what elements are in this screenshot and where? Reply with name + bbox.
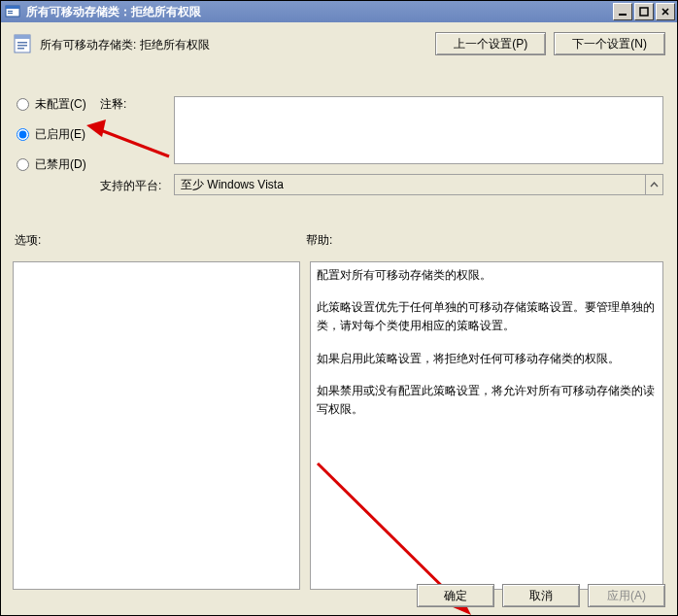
svg-rect-11	[17, 45, 27, 47]
ok-button[interactable]: 确定	[417, 584, 494, 607]
help-label: 帮助:	[306, 232, 332, 249]
policy-icon	[13, 33, 34, 54]
minimize-button[interactable]	[613, 3, 632, 20]
app-icon	[5, 4, 20, 19]
previous-setting-button[interactable]: 上一个设置(P)	[435, 32, 546, 55]
platform-field[interactable]: 至少 Windows Vista	[174, 174, 663, 195]
svg-rect-2	[8, 11, 13, 12]
window-title: 所有可移动存储类：拒绝所有权限	[24, 4, 611, 20]
state-radio-group: 未配置(C) 已启用(E) 已禁用(D)	[17, 96, 86, 173]
annotation-arrow-icon	[86, 116, 174, 164]
help-panel: 配置对所有可移动存储类的权限。 此策略设置优先于任何单独的可移动存储策略设置。要…	[310, 261, 663, 590]
radio-not-configured-label: 未配置(C)	[35, 96, 86, 113]
comment-input[interactable]	[174, 96, 663, 164]
titlebar: 所有可移动存储类：拒绝所有权限	[1, 1, 677, 22]
help-paragraph: 如果禁用或没有配置此策略设置，将允许对所有可移动存储类的读写权限。	[317, 382, 657, 419]
radio-disabled-label: 已禁用(D)	[35, 156, 86, 173]
platform-label: 支持的平台:	[100, 178, 161, 194]
radio-disabled[interactable]: 已禁用(D)	[17, 156, 86, 173]
radio-not-configured[interactable]: 未配置(C)	[17, 96, 86, 113]
svg-rect-12	[17, 48, 24, 50]
radio-disabled-input[interactable]	[17, 158, 29, 171]
svg-line-13	[98, 129, 169, 156]
svg-rect-4	[619, 14, 627, 16]
svg-rect-3	[8, 13, 13, 14]
help-paragraph: 如果启用此策略设置，将拒绝对任何可移动存储类的权限。	[317, 350, 657, 368]
close-button[interactable]	[656, 3, 675, 20]
svg-rect-9	[15, 35, 30, 39]
chevron-down-icon[interactable]	[645, 175, 662, 194]
radio-not-configured-input[interactable]	[17, 98, 29, 111]
svg-rect-5	[640, 8, 648, 16]
svg-rect-10	[17, 42, 27, 44]
apply-button[interactable]: 应用(A)	[588, 584, 665, 607]
next-setting-button[interactable]: 下一个设置(N)	[554, 32, 665, 55]
maximize-button[interactable]	[634, 3, 654, 20]
svg-marker-14	[86, 120, 106, 137]
help-paragraph: 此策略设置优先于任何单独的可移动存储策略设置。要管理单独的类，请对每个类使用相应…	[317, 298, 657, 335]
options-panel	[13, 261, 300, 590]
comment-label: 注释:	[100, 96, 126, 113]
radio-enabled-label: 已启用(E)	[35, 126, 85, 143]
radio-enabled[interactable]: 已启用(E)	[17, 126, 86, 143]
svg-rect-1	[6, 6, 19, 9]
radio-enabled-input[interactable]	[17, 128, 29, 141]
options-label: 选项:	[15, 232, 306, 249]
cancel-button[interactable]: 取消	[502, 584, 580, 607]
policy-subtitle: 所有可移动存储类: 拒绝所有权限	[40, 35, 427, 53]
platform-value: 至少 Windows Vista	[181, 177, 284, 193]
help-paragraph: 配置对所有可移动存储类的权限。	[317, 266, 657, 285]
